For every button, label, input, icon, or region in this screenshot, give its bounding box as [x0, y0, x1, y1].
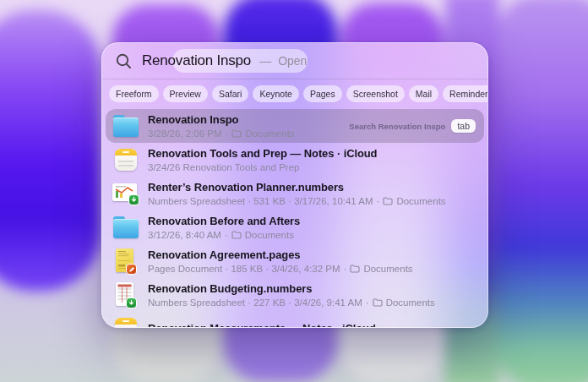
download-badge-icon: [126, 297, 137, 308]
result-subtitle: Numbers Spreadsheet · 227 KB · 3/4/26, 9…: [148, 297, 435, 308]
filter-chip-bar: Freeform Preview Safari Keynote Pages Sc…: [102, 79, 487, 108]
result-subtitle: 3/24/26 Renovation Tools and Prep: [148, 161, 377, 173]
spotlight-panel: Renovation Inspo — Open Freeform Preview…: [101, 42, 488, 328]
filter-chip-reminders[interactable]: Reminders: [443, 85, 488, 102]
result-title: Renovation Before and Afters: [148, 215, 300, 228]
accessory-label: Search Renovation Inspo: [349, 122, 445, 131]
documents-folder-icon: [231, 129, 242, 138]
numbers-icon: [112, 183, 139, 205]
results-list: Renovation Inspo 3/28/26, 2:06 PM· Docum…: [102, 108, 487, 328]
search-icon: [116, 53, 132, 69]
result-title: Renovation Inspo: [148, 113, 295, 127]
documents-folder-icon: [350, 265, 360, 273]
result-title: Renovation Tools and Prep — Notes · iClo…: [148, 147, 377, 161]
notes-icon: [112, 149, 139, 171]
result-title: Renovation Agreement.pages: [148, 248, 413, 262]
wallpaper-shape: [498, 0, 588, 382]
search-query-text: Renovation Inspo: [142, 52, 251, 69]
result-subtitle: Numbers Spreadsheet · 531 KB · 3/17/26, …: [148, 195, 446, 207]
filter-chip-mail[interactable]: Mail: [409, 85, 438, 102]
result-row[interactable]: Renovation Inspo 3/28/26, 2:06 PM· Docum…: [106, 109, 484, 143]
tab-key-badge: tab: [451, 119, 476, 133]
numbers-icon: [112, 282, 139, 308]
download-badge-icon: [128, 194, 139, 205]
filter-chip-keynote[interactable]: Keynote: [253, 85, 299, 102]
result-title: Renovation Budgeting.numbers: [148, 282, 435, 296]
notes-icon: [112, 318, 139, 328]
result-row[interactable]: Renovation Budgeting.numbers Numbers Spr…: [106, 278, 484, 312]
result-row[interactable]: Renovation Tools and Prep — Notes · iClo…: [106, 143, 484, 177]
documents-folder-icon: [231, 231, 242, 239]
filter-chip-freeform[interactable]: Freeform: [109, 85, 159, 102]
search-input[interactable]: Renovation Inspo — Open: [142, 43, 474, 79]
filter-chip-pages[interactable]: Pages: [303, 85, 342, 102]
pages-icon: [112, 248, 139, 274]
folder-icon: [112, 216, 139, 238]
result-accessory: Search Renovation Inspo tab: [349, 119, 476, 133]
result-subtitle: 3/28/26, 2:06 PM· Documents: [148, 128, 295, 139]
result-row[interactable]: Renovation Measurements — Notes · iCloud: [106, 312, 484, 328]
filter-chip-safari[interactable]: Safari: [212, 85, 248, 102]
result-row[interactable]: Renovation Before and Afters 3/12/26, 8:…: [106, 210, 484, 244]
pen-badge-icon: [126, 264, 137, 275]
folder-icon: [112, 115, 139, 137]
filter-chip-screenshot[interactable]: Screenshot: [346, 85, 405, 102]
result-subtitle: Pages Document · 185 KB · 3/4/26, 4:32 P…: [148, 263, 413, 275]
result-title: Renter’s Renovation Planner.numbers: [148, 181, 446, 194]
documents-folder-icon: [373, 298, 383, 307]
hint-separator: —: [259, 54, 271, 68]
result-subtitle: 3/12/26, 8:40 AM· Documents: [148, 229, 300, 241]
result-row[interactable]: Renovation Agreement.pages Pages Documen…: [106, 244, 484, 278]
wallpaper-shape: [0, 10, 101, 291]
spotlight-search-bar[interactable]: Renovation Inspo — Open: [102, 43, 487, 79]
result-title: Renovation Measurements — Notes · iCloud: [148, 322, 376, 329]
result-row[interactable]: Renter’s Renovation Planner.numbers Numb…: [106, 177, 484, 210]
documents-folder-icon: [383, 197, 393, 205]
hint-action-label: Open: [278, 54, 307, 68]
autocomplete-action-hint: — Open: [259, 54, 307, 68]
filter-chip-preview[interactable]: Preview: [163, 85, 208, 102]
